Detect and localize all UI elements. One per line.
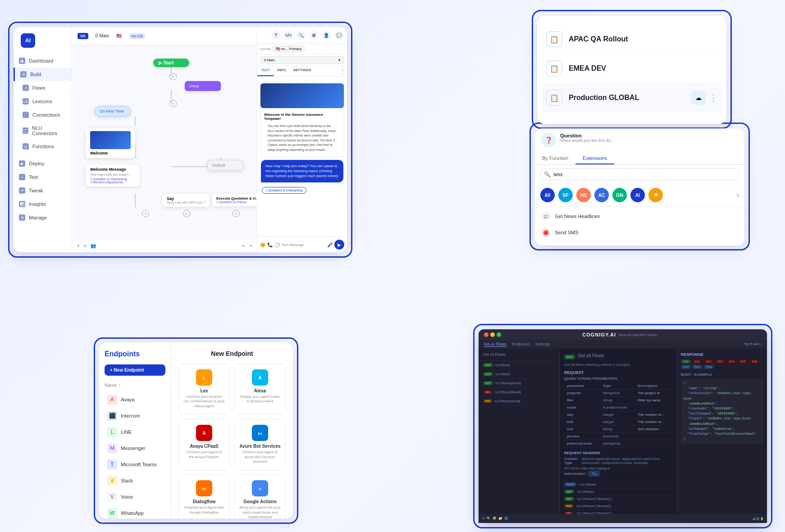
nav-endpoints[interactable]: Endpoints xyxy=(512,342,530,347)
deploy-item-production[interactable]: 📋 Production GLOBAL ☁ ⋮ xyxy=(542,83,722,112)
plus-btn-2[interactable]: + xyxy=(169,100,177,107)
status-4xx-6[interactable]: 4X6 xyxy=(749,359,759,364)
flow-select[interactable]: 0 Main ▾ xyxy=(260,56,344,64)
sidebar-item-nlu[interactable]: ◯ NLU Connectors xyxy=(14,122,72,140)
tab-extensions[interactable]: Extensions xyxy=(575,153,614,164)
api-ep-delete-flow[interactable]: DEL /v2.0/flows/{flowId} xyxy=(479,388,559,397)
user-chat-icon[interactable]: 👤 xyxy=(322,31,331,40)
endpoint-card-google[interactable]: G Google Actions Bring your agent into y… xyxy=(234,474,286,518)
method-get-flows-list[interactable]: GET /v2.0/flows xyxy=(564,488,672,496)
chat-bubble-icon[interactable]: 💬 xyxy=(334,31,343,40)
more-options-button[interactable]: ⋮ xyxy=(709,93,717,103)
logo-greennode[interactable]: GN xyxy=(612,188,627,202)
plus-btn-4[interactable]: + xyxy=(183,210,190,217)
nav-settings[interactable]: Settings xyxy=(535,342,550,347)
status-5xx-4[interactable]: 5X4 xyxy=(704,365,714,369)
code-icon[interactable]: </> xyxy=(284,31,293,40)
try-it-out-btn[interactable]: Try it out ▷ xyxy=(744,342,762,347)
node-once[interactable]: Once xyxy=(185,81,221,91)
endpoint-card-alexa[interactable]: A Alexa Deploy your agent easily to Amaz… xyxy=(234,364,286,414)
main-label[interactable]: 0 Main xyxy=(96,33,109,38)
status-4xx-3[interactable]: 4X3 xyxy=(715,359,725,364)
zoom-plus-icon[interactable]: + xyxy=(77,243,80,249)
endpoint-teams[interactable]: T Microsoft Teams xyxy=(105,456,165,473)
node-default[interactable]: Default xyxy=(207,160,243,171)
sidebar-item-insights[interactable]: 📊 Insights xyxy=(14,197,72,211)
sidebar-item-functions[interactable]: {} Functions xyxy=(14,140,72,153)
deploy-item-apac[interactable]: 📋 APAC QA Rollout xyxy=(546,25,717,54)
mic-icon[interactable]: 🎤 xyxy=(327,242,333,247)
chat-tab-settings[interactable]: SETTINGS xyxy=(290,66,315,76)
logo-all[interactable]: All xyxy=(540,188,555,202)
method-post-flows[interactable]: POST /v2.0/flows xyxy=(564,481,672,488)
endpoint-slack[interactable]: # Slack xyxy=(105,473,165,489)
method-patch-flow[interactable]: PAT /v2.0/flows/{"{flowId}"} xyxy=(564,503,672,510)
endpoint-intercom[interactable]: ⬛ Intercom xyxy=(105,408,165,424)
endpoint-voice[interactable]: V Voice xyxy=(105,489,165,505)
logos-more-icon[interactable]: › xyxy=(737,191,739,199)
endpoint-line[interactable]: L LINE xyxy=(105,424,165,440)
endpoint-messenger[interactable]: M Messenger xyxy=(105,440,165,456)
chat-tab-test[interactable]: TEST xyxy=(257,66,274,76)
sidebar-item-build[interactable]: ⚙ Build xyxy=(14,68,72,81)
api-ep-get-flow-id[interactable]: GET /v2.0/flows/{flowId} xyxy=(479,379,559,388)
logo-ai[interactable]: AI xyxy=(630,188,645,202)
node-first-time[interactable]: On First Time xyxy=(95,106,131,117)
sidebar-item-manage[interactable]: ⚙ Manage xyxy=(14,211,72,224)
status-4xx-5[interactable]: 4X5 xyxy=(738,359,748,364)
status-4xx-4[interactable]: 4X4 xyxy=(726,359,736,364)
endpoint-card-lex[interactable]: L Lex Connect your Amazon Lex conversati… xyxy=(178,364,230,414)
logo-salesforce[interactable]: SF xyxy=(558,188,573,202)
nav-iva-flows[interactable]: IVA AI Flows xyxy=(484,342,507,347)
status-4xx-2[interactable]: 4X2 xyxy=(703,359,713,364)
send-button[interactable]: ▶ xyxy=(334,240,344,250)
sidebar-item-test[interactable]: ✓ Test xyxy=(14,170,72,184)
undo-icon[interactable]: ↩ xyxy=(242,243,245,248)
new-endpoint-button[interactable]: + New Endpoint xyxy=(105,364,165,376)
plus-btn-5[interactable]: + xyxy=(233,210,240,217)
sidebar-item-tweak[interactable]: ⟳ Tweak xyxy=(14,184,72,197)
three-dots-icon[interactable]: ⋮ xyxy=(338,66,347,76)
result-get-news[interactable]: 📰 Get News Headlines xyxy=(535,208,744,224)
status-4xx-1[interactable]: 4X1 xyxy=(692,359,702,364)
try-btn[interactable]: Try xyxy=(588,471,600,477)
function-search-input[interactable] xyxy=(540,168,739,180)
cloud-upload-button[interactable]: ☁ xyxy=(691,91,706,105)
node-start[interactable]: ▶ Start xyxy=(153,59,189,67)
deploy-item-emea[interactable]: 📋 EMEA DEV xyxy=(546,54,717,83)
sidebar-item-dashboard[interactable]: ▦ Dashboard xyxy=(14,54,72,68)
user-flow-icon[interactable]: 👥 xyxy=(91,243,96,248)
locale-select[interactable]: 🇺🇸 en... Primary xyxy=(273,45,305,52)
plus-btn-1[interactable]: + xyxy=(169,73,177,80)
endpoint-card-dialogflow[interactable]: DF Dialogflow Integrate your Agent with … xyxy=(178,474,230,518)
sidebar-item-flows[interactable]: ↗ Flows xyxy=(14,81,72,95)
plus-btn-3[interactable]: + xyxy=(142,210,149,217)
quotation-chip[interactable]: 1 Quotation & Onboarding xyxy=(262,187,306,194)
node-welcome-message[interactable]: Welcome Message How may I help you today… xyxy=(86,164,140,186)
logo-sun[interactable]: ☀ xyxy=(648,188,663,202)
redo-icon[interactable]: ↪ xyxy=(249,243,252,248)
sidebar-item-deploy[interactable]: ▶ Deploy xyxy=(14,157,72,170)
endpoint-card-azure[interactable]: Az Azure Bot Services Connect your Agent… xyxy=(234,419,286,470)
method-get-flow-id[interactable]: GET /v2.0/flows/{"{flowId}"} xyxy=(564,496,672,503)
api-ep-get-flows[interactable]: GET /v2.0/flows xyxy=(479,361,559,370)
text-message-input[interactable]: Text Message xyxy=(282,243,325,247)
sidebar-item-connections[interactable]: 🔗 Connections xyxy=(14,108,72,122)
help-icon[interactable]: ? xyxy=(271,31,280,40)
search-chat-icon[interactable]: 🔍 xyxy=(297,31,306,40)
sidebar-item-lexicons[interactable]: LB Lexicons xyxy=(14,95,72,108)
api-ep-patch-flow[interactable]: PAT /v2.0/flows/{flowId} xyxy=(479,397,559,406)
settings-chat-icon[interactable]: ⚙ xyxy=(309,31,318,40)
status-200[interactable]: 200 xyxy=(681,359,691,364)
result-send-sms[interactable]: 🔴 Send SMS xyxy=(535,224,744,241)
node-welcome[interactable]: Welcome xyxy=(86,128,135,158)
endpoint-avaya[interactable]: A Avaya xyxy=(105,391,165,408)
endpoint-whatsapp[interactable]: W WhatsApp xyxy=(105,505,165,518)
endpoint-card-avaya[interactable]: A Avaya CPaaS Connect your Agent to the … xyxy=(178,419,230,470)
chat-tab-info[interactable]: INFO xyxy=(274,66,289,76)
node-execute[interactable]: Execute Quotation & O... 1 Quotation & O… xyxy=(212,194,263,206)
logo-hubspot[interactable]: HS xyxy=(576,188,591,202)
status-5xx-1[interactable]: 5X1 xyxy=(692,365,702,369)
api-ep-get-flows-2[interactable]: GET /v2.0/flows xyxy=(479,370,559,379)
status-5xx-0[interactable]: 5X0 xyxy=(681,365,691,369)
